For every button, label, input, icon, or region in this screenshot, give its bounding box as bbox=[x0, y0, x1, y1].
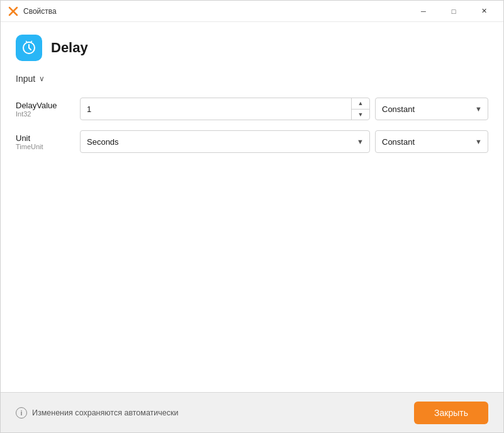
content-area: Delay Input ∨ DelayValue Int32 ▲ bbox=[1, 22, 503, 392]
app-header: Delay bbox=[16, 35, 488, 61]
footer-info-text: Изменения сохраняются автоматически bbox=[32, 408, 178, 417]
unit-value-dropdown[interactable]: Seconds Minutes Hours Milliseconds bbox=[80, 130, 370, 153]
svg-line-5 bbox=[26, 42, 28, 43]
delay-value-type: Int32 bbox=[16, 110, 72, 118]
delay-value-type-dropdown[interactable]: Constant Variable Expression bbox=[375, 98, 488, 120]
delay-value-increment-button[interactable]: ▲ bbox=[352, 98, 369, 110]
properties-grid: DelayValue Int32 ▲ ▼ Constant V bbox=[16, 95, 488, 155]
footer-info: i Изменения сохраняются автоматически bbox=[16, 407, 178, 419]
section-chevron-icon: ∨ bbox=[39, 74, 45, 83]
info-icon: i bbox=[16, 407, 27, 419]
close-button[interactable]: Закрыть bbox=[414, 402, 488, 424]
unit-name: Unit bbox=[16, 133, 72, 143]
delay-value-decrement-button[interactable]: ▼ bbox=[352, 110, 369, 120]
title-bar-left: Свойства bbox=[8, 6, 57, 16]
delay-value-input[interactable] bbox=[81, 104, 351, 114]
input-section-label[interactable]: Input ∨ bbox=[16, 74, 488, 84]
delay-value-label: DelayValue Int32 bbox=[16, 101, 72, 118]
delay-value-row: DelayValue Int32 ▲ ▼ Constant V bbox=[16, 95, 488, 123]
footer: i Изменения сохраняются автоматически За… bbox=[1, 392, 503, 432]
app-logo-icon bbox=[8, 6, 18, 16]
unit-type-dropdown[interactable]: Constant Variable Expression bbox=[375, 130, 488, 153]
main-window: Свойства ─ □ ✕ Delay Input bbox=[0, 0, 504, 433]
delay-value-controls: ▲ ▼ Constant Variable Expression ▼ bbox=[80, 98, 488, 120]
delay-icon bbox=[16, 35, 42, 61]
delay-value-dropdown-wrapper: Constant Variable Expression ▼ bbox=[375, 98, 488, 120]
unit-type: TimeUnit bbox=[16, 143, 72, 150]
title-bar-text: Свойства bbox=[23, 7, 57, 16]
delay-value-name: DelayValue bbox=[16, 101, 72, 110]
unit-type-dropdown-wrapper: Constant Variable Expression ▼ bbox=[375, 130, 488, 153]
svg-line-6 bbox=[31, 42, 32, 43]
delay-value-input-wrapper: ▲ ▼ bbox=[80, 98, 370, 120]
unit-controls: Seconds Minutes Hours Milliseconds ▼ Con… bbox=[80, 130, 488, 153]
app-title: Delay bbox=[51, 40, 88, 56]
unit-value-dropdown-wrapper: Seconds Minutes Hours Milliseconds ▼ bbox=[80, 130, 370, 153]
delay-value-spinners: ▲ ▼ bbox=[351, 98, 369, 120]
unit-row: Unit TimeUnit Seconds Minutes Hours Mill… bbox=[16, 128, 488, 155]
section-label-text: Input bbox=[16, 74, 35, 84]
svg-line-4 bbox=[29, 48, 31, 50]
close-window-button[interactable]: ✕ bbox=[469, 1, 498, 22]
title-bar-controls: ─ □ ✕ bbox=[409, 1, 498, 22]
title-bar: Свойства ─ □ ✕ bbox=[1, 1, 503, 22]
unit-label: Unit TimeUnit bbox=[16, 133, 72, 150]
maximize-button[interactable]: □ bbox=[439, 1, 468, 22]
minimize-button[interactable]: ─ bbox=[409, 1, 438, 22]
